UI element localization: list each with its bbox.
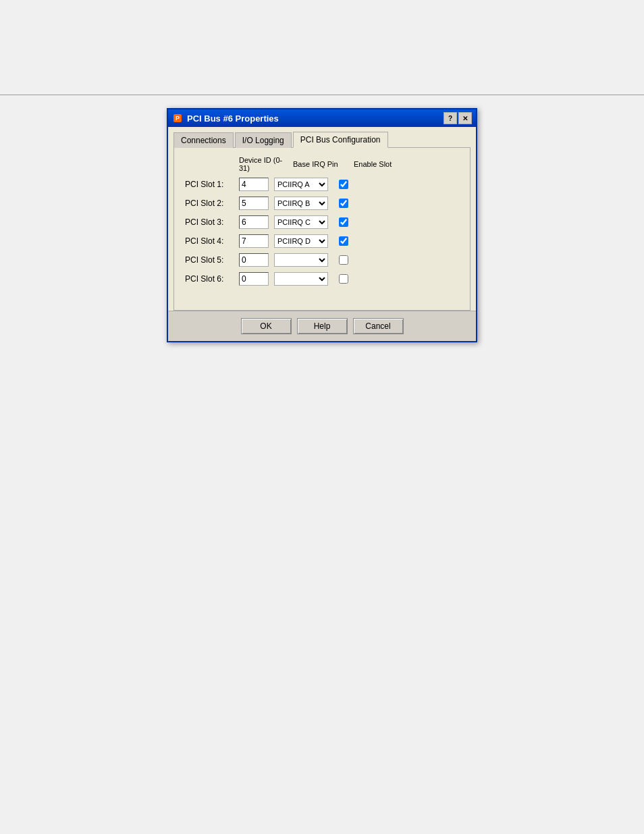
slot-1-device-id[interactable] (239, 178, 269, 191)
slot-row-5: PCI Slot 5: PCIIRQ A PCIIRQ B PCIIRQ C P… (185, 253, 459, 267)
tab-io-logging[interactable]: I/O Logging (235, 132, 292, 148)
svg-text:P: P (176, 115, 180, 122)
slot-1-label: PCI Slot 1: (185, 180, 239, 189)
dialog-buttons-area: OK Help Cancel (168, 311, 476, 341)
close-button[interactable]: ✕ (458, 112, 472, 124)
slot-2-label: PCI Slot 2: (185, 199, 239, 208)
slot-6-enable-checkbox[interactable] (339, 274, 348, 284)
slot-5-irq-select[interactable]: PCIIRQ A PCIIRQ B PCIIRQ C PCIIRQ D (274, 253, 328, 267)
tab-pci-bus-config[interactable]: PCI Bus Configuration (293, 132, 388, 148)
slot-row-6: PCI Slot 6: PCIIRQ A PCIIRQ B PCIIRQ C P… (185, 272, 459, 286)
help-dialog-button[interactable]: Help (297, 318, 348, 334)
slot-row-4: PCI Slot 4: PCIIRQ A PCIIRQ B PCIIRQ C P… (185, 234, 459, 248)
tab-bar: Connections I/O Logging PCI Bus Configur… (168, 127, 476, 147)
slot-3-label: PCI Slot 3: (185, 217, 239, 227)
col-header-device-id: Device ID (0-31) (239, 156, 293, 172)
slot-4-enable-checkbox[interactable] (339, 236, 348, 246)
slot-4-irq-select[interactable]: PCIIRQ A PCIIRQ B PCIIRQ C PCIIRQ D (274, 234, 328, 248)
window-icon: P (172, 113, 183, 124)
slot-3-enable-checkbox[interactable] (339, 217, 348, 227)
tab-connections[interactable]: Connections (173, 132, 234, 148)
slot-2-irq-select[interactable]: PCIIRQ A PCIIRQ B PCIIRQ C PCIIRQ D (274, 197, 328, 210)
slot-2-device-id[interactable] (239, 197, 269, 210)
slot-5-label: PCI Slot 5: (185, 255, 239, 265)
title-bar-left: P PCI Bus #6 Properties (172, 113, 279, 124)
slot-4-label: PCI Slot 4: (185, 236, 239, 246)
slot-1-enable-checkbox[interactable] (339, 180, 348, 189)
ok-button[interactable]: OK (241, 318, 292, 334)
tab-content: Device ID (0-31) Base IRQ Pin Enable Slo… (173, 147, 471, 311)
dialog-window: P PCI Bus #6 Properties ? ✕ Connections … (167, 108, 477, 342)
window-title: PCI Bus #6 Properties (187, 113, 279, 124)
help-button[interactable]: ? (444, 112, 457, 124)
slot-3-irq-select[interactable]: PCIIRQ A PCIIRQ B PCIIRQ C PCIIRQ D (274, 215, 328, 229)
slot-row-2: PCI Slot 2: PCIIRQ A PCIIRQ B PCIIRQ C P… (185, 197, 459, 210)
slot-6-device-id[interactable] (239, 272, 269, 286)
col-header-enable-slot: Enable Slot (354, 160, 392, 168)
slot-row-1: PCI Slot 1: PCIIRQ A PCIIRQ B PCIIRQ C P… (185, 178, 459, 191)
slot-1-irq-select[interactable]: PCIIRQ A PCIIRQ B PCIIRQ C PCIIRQ D (274, 178, 328, 191)
top-divider (0, 95, 644, 95)
slot-2-enable-checkbox[interactable] (339, 199, 348, 208)
slot-6-label: PCI Slot 6: (185, 274, 239, 284)
slot-3-device-id[interactable] (239, 215, 269, 229)
slot-5-enable-checkbox[interactable] (339, 255, 348, 265)
slot-row-3: PCI Slot 3: PCIIRQ A PCIIRQ B PCIIRQ C P… (185, 215, 459, 229)
slot-5-device-id[interactable] (239, 253, 269, 267)
cancel-button[interactable]: Cancel (353, 318, 404, 334)
title-bar: P PCI Bus #6 Properties ? ✕ (168, 109, 476, 127)
col-header-base-irq: Base IRQ Pin (293, 160, 354, 168)
slot-4-device-id[interactable] (239, 234, 269, 248)
slot-6-irq-select[interactable]: PCIIRQ A PCIIRQ B PCIIRQ C PCIIRQ D (274, 272, 328, 286)
column-headers: Device ID (0-31) Base IRQ Pin Enable Slo… (185, 156, 459, 172)
title-bar-controls: ? ✕ (444, 112, 472, 124)
